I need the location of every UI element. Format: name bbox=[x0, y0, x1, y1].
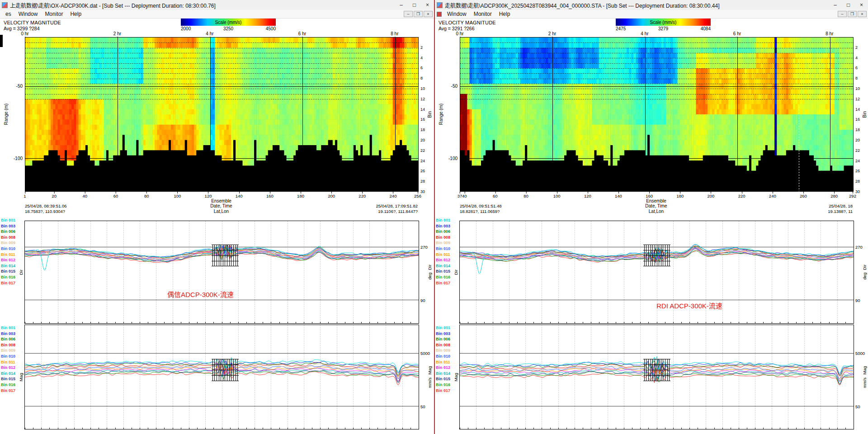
datetime-end: 25/04/28, 18 bbox=[829, 203, 853, 208]
ensemble-axis-title: Ensemble bbox=[25, 198, 418, 203]
ensemble-tick-label: 160 bbox=[646, 193, 653, 198]
dir-axis-label: Dir bbox=[862, 264, 867, 270]
bin-tick-label: 6 bbox=[420, 66, 423, 70]
hour-tick-label: 0 hr bbox=[21, 31, 28, 36]
datetime-end: 25/04/28, 17:09:51.82 bbox=[376, 203, 418, 208]
menu-item-help[interactable]: Help bbox=[495, 11, 514, 17]
latlon-row: 18.7583?, 110.9304? Lat,Lon 19.1106?, 11… bbox=[25, 209, 418, 214]
minimize-button[interactable]: – bbox=[395, 0, 408, 10]
ensemble-axis-title: Ensemble bbox=[460, 198, 853, 203]
range-axis: -50-100 bbox=[12, 37, 24, 192]
minimize-button[interactable]: – bbox=[829, 0, 842, 10]
mdi-close-button[interactable]: × bbox=[858, 11, 867, 17]
scale-label: Scale (mm/s) bbox=[650, 20, 677, 25]
mdi-close-button[interactable]: × bbox=[424, 11, 433, 17]
magnitude-chart-canvas[interactable] bbox=[460, 325, 854, 429]
magnitude-chart[interactable] bbox=[459, 325, 854, 429]
hour-tick-label: 8 hr bbox=[826, 31, 833, 36]
bin-tick-label: 12 bbox=[420, 97, 425, 101]
menu-item-window[interactable]: Window bbox=[443, 11, 470, 17]
app-icon bbox=[2, 2, 8, 8]
mdi-restore-button[interactable]: ❐ bbox=[848, 11, 857, 17]
document-icon bbox=[437, 12, 442, 17]
hour-tick-label: 4 hr bbox=[641, 31, 648, 36]
window-right-adcp: 走航数据\走航\ADCP300K_20250428T083944_004_000… bbox=[434, 0, 868, 434]
titlebar[interactable]: 上走航数据\走航\OX-ADCP300K.dat - [Sub Set --- … bbox=[0, 0, 434, 10]
close-button[interactable]: × bbox=[421, 0, 434, 10]
range-axis-label-wrap: Range (m) bbox=[438, 37, 444, 192]
hour-tick-label: 6 hr bbox=[733, 31, 741, 36]
magnitude-axis-label-left: Mag bbox=[18, 325, 24, 429]
ensemble-tick-label: 240 bbox=[390, 193, 397, 198]
velocity-heatmap-canvas[interactable] bbox=[460, 38, 853, 191]
hour-axis: 0 hr2 hr4 hr6 hr8 hr bbox=[460, 29, 853, 37]
magnitude-tick-label: 50 bbox=[420, 404, 425, 409]
ensemble-tick-label: 256 bbox=[414, 193, 421, 198]
menu-item-monitor[interactable]: Monitor bbox=[470, 11, 495, 17]
bin-tick-label: 26 bbox=[855, 169, 860, 173]
ensemble-tick-label: 120 bbox=[584, 193, 591, 198]
direction-chart-canvas[interactable] bbox=[25, 221, 419, 323]
magnitude-chart[interactable] bbox=[24, 325, 419, 429]
direction-axis-label-left: Dir bbox=[18, 221, 24, 324]
mdi-minimize-button[interactable]: – bbox=[404, 11, 413, 17]
datetime-row: 25/04/28, 09:51:51.48 Date, Time 25/04/2… bbox=[460, 203, 853, 209]
magnitude-axis-label-right: Mag mm/s bbox=[427, 325, 432, 429]
ensemble-tick-label: 120 bbox=[205, 193, 212, 198]
direction-chart[interactable] bbox=[24, 221, 419, 324]
ensemble-tick-label: 60 bbox=[113, 193, 118, 198]
bin-tick-label: 16 bbox=[420, 117, 425, 122]
dir-axis-label: Dir bbox=[453, 269, 458, 275]
menubar: Window Monitor Help – ❐ × bbox=[435, 10, 868, 19]
bin-tick-label: 4 bbox=[420, 56, 423, 60]
menu-item-window[interactable]: Window bbox=[15, 11, 42, 17]
latlon-start: 18.7583?, 110.9304? bbox=[25, 209, 65, 214]
menu-item-monitor[interactable]: Monitor bbox=[41, 11, 66, 17]
mdi-restore-button[interactable]: ❐ bbox=[414, 11, 423, 17]
range-tick-label: -100 bbox=[14, 156, 23, 161]
velocity-heatmap-plot[interactable] bbox=[460, 37, 854, 192]
hour-tick-label: 4 hr bbox=[206, 31, 213, 36]
mdi-controls: – ❐ × bbox=[838, 11, 868, 17]
ensemble-tick-label: 60 bbox=[493, 193, 498, 198]
bin-tick-label: 12 bbox=[855, 97, 860, 101]
latlon-end: 19.1388?, 11 bbox=[828, 209, 853, 214]
ensemble-tick-label: 140 bbox=[615, 193, 622, 198]
bin-tick-label: 4 bbox=[855, 56, 858, 60]
annotation-text: RDI ADCP-300K-流速 bbox=[656, 301, 722, 310]
bin-tick-label: 18 bbox=[420, 127, 425, 132]
deg-unit-label: deg bbox=[862, 273, 867, 280]
bin-tick-label: 10 bbox=[420, 86, 425, 91]
range-tick-label: -100 bbox=[448, 156, 458, 161]
maximize-button[interactable]: □ bbox=[408, 0, 421, 10]
bin-tick-label: 8 bbox=[855, 76, 858, 80]
direction-tick-label: 90 bbox=[420, 298, 425, 303]
close-button[interactable]: × bbox=[855, 0, 868, 10]
direction-axis-label-right: Dir deg bbox=[862, 221, 867, 324]
deg-unit-label: deg bbox=[427, 273, 432, 280]
mdi-controls: – ❐ × bbox=[404, 11, 434, 17]
magnitude-tick-label: 50 bbox=[855, 404, 860, 409]
ensemble-axis: 3740608010012014016018020022024026028029… bbox=[460, 192, 853, 198]
bin-tick-label: 8 bbox=[420, 76, 423, 80]
bin-axis: 24681012141618202224262830 bbox=[420, 37, 426, 192]
maximize-button[interactable]: □ bbox=[842, 0, 855, 10]
titlebar[interactable]: 走航数据\走航\ADCP300K_20250428T083944_004_000… bbox=[435, 0, 868, 10]
menu-item-truncated[interactable]: es bbox=[2, 11, 15, 17]
velocity-heatmap-canvas[interactable] bbox=[25, 38, 418, 191]
ensemble-tick-label: 180 bbox=[676, 193, 684, 198]
hour-axis: 0 hr2 hr4 hr6 hr8 hr bbox=[25, 29, 418, 37]
ensemble-tick-label: 292 bbox=[849, 193, 856, 198]
latlon-label: Lat,Lon bbox=[214, 209, 229, 214]
magnitude-chart-canvas[interactable] bbox=[25, 325, 419, 429]
menu-item-help[interactable]: Help bbox=[66, 11, 85, 17]
bin-tick-label: 2 bbox=[855, 45, 858, 50]
ensemble-tick-label: 20 bbox=[52, 193, 57, 198]
velocity-heatmap-plot[interactable] bbox=[25, 37, 419, 192]
color-scale-gradient: Scale (mm/s) bbox=[181, 19, 276, 26]
ensemble-tick-label: 220 bbox=[359, 193, 366, 198]
bin-tick-label: 16 bbox=[855, 117, 860, 122]
mag-axis-label: Mag bbox=[19, 373, 24, 381]
direction-axis-label-left: Dir bbox=[453, 221, 458, 324]
mdi-minimize-button[interactable]: – bbox=[838, 11, 847, 17]
